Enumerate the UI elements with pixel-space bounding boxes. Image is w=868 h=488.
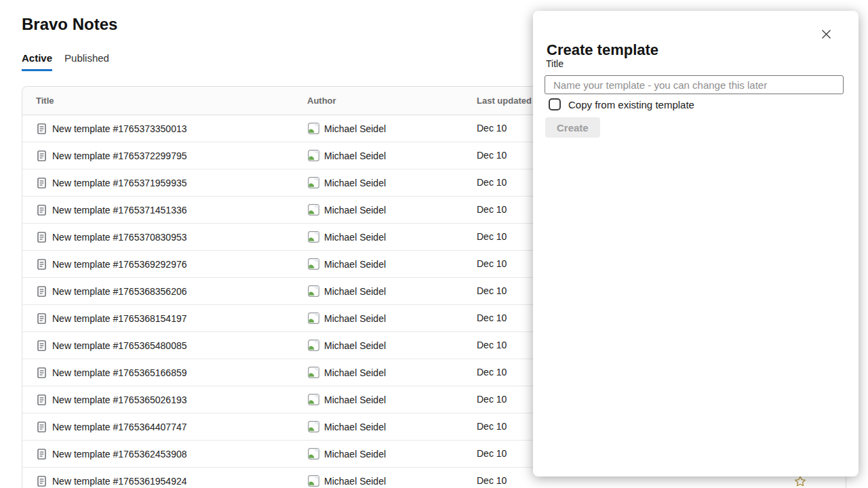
document-icon [37, 150, 46, 161]
copy-from-existing-checkbox[interactable] [549, 98, 561, 110]
author-cell: Michael Seidel [308, 441, 386, 467]
favorite-star-icon[interactable] [794, 475, 806, 487]
broken-image-avatar-icon [308, 258, 319, 270]
author-cell: Michael Seidel [308, 251, 386, 277]
template-title-cell: New template #1765368154197 [37, 305, 187, 331]
author-name: Michael Seidel [324, 205, 386, 216]
author-cell: Michael Seidel [308, 142, 386, 169]
template-title-cell: New template #1765371959935 [37, 169, 187, 196]
last-updated-cell: Dec 10 [477, 115, 507, 142]
author-cell: Michael Seidel [308, 197, 386, 223]
author-name: Michael Seidel [324, 232, 386, 243]
author-name: Michael Seidel [324, 313, 386, 324]
broken-image-avatar-icon [308, 285, 319, 297]
template-title: New template #1765371959935 [52, 178, 187, 188]
template-title-input[interactable] [545, 75, 844, 94]
template-title: New template #1765368356206 [52, 286, 187, 297]
last-updated-cell: Dec 10 [477, 468, 507, 488]
template-title-cell: New template #1765365026193 [37, 386, 187, 413]
template-title: New template #1765368154197 [52, 313, 187, 324]
document-icon [37, 340, 46, 351]
column-header-author: Author [307, 87, 336, 115]
author-cell: Michael Seidel [308, 386, 386, 413]
template-title-cell: New template #1765373350013 [37, 115, 187, 142]
broken-image-avatar-icon [308, 367, 319, 378]
template-title: New template #1765372299795 [52, 150, 187, 161]
broken-image-avatar-icon [308, 394, 319, 405]
document-icon [37, 232, 46, 243]
close-button[interactable] [821, 29, 831, 40]
last-updated-cell: Dec 10 [477, 169, 507, 196]
template-title-cell: New template #1765362453908 [37, 441, 187, 467]
last-updated-cell: Dec 10 [477, 359, 507, 386]
template-title: New template #1765364407747 [52, 422, 187, 432]
template-title-cell: New template #1765365166859 [37, 359, 187, 386]
author-name: Michael Seidel [324, 286, 386, 297]
author-name: Michael Seidel [324, 178, 386, 188]
document-icon [37, 313, 46, 324]
author-cell: Michael Seidel [308, 224, 386, 250]
author-name: Michael Seidel [324, 422, 386, 432]
last-updated-cell: Dec 10 [477, 197, 507, 223]
template-title-cell: New template #1765368356206 [37, 278, 187, 304]
broken-image-avatar-icon [308, 231, 319, 243]
author-cell: Michael Seidel [308, 305, 386, 331]
broken-image-avatar-icon [308, 204, 319, 216]
broken-image-avatar-icon [308, 312, 319, 324]
create-button[interactable]: Create [545, 117, 600, 138]
broken-image-avatar-icon [308, 421, 319, 432]
document-icon [37, 123, 46, 134]
broken-image-avatar-icon [308, 340, 319, 351]
broken-image-avatar-icon [308, 150, 319, 161]
last-updated-cell: Dec 10 [477, 441, 507, 467]
author-cell: Michael Seidel [308, 413, 386, 440]
author-cell: Michael Seidel [308, 332, 386, 359]
template-title-cell: New template #1765371451336 [37, 197, 187, 223]
template-title: New template #1765361954924 [52, 476, 187, 487]
template-title: New template #1765370830953 [52, 232, 187, 243]
author-name: Michael Seidel [324, 259, 386, 270]
document-icon [37, 394, 46, 405]
tab-published[interactable]: Published [64, 53, 109, 71]
last-updated-cell: Dec 10 [477, 278, 507, 304]
author-cell: Michael Seidel [308, 278, 386, 304]
document-icon [37, 205, 46, 216]
template-title: New template #1765373350013 [52, 123, 187, 134]
dialog-title: Create template [547, 41, 658, 59]
template-title: New template #1765369292976 [52, 259, 187, 270]
column-header-last-updated: Last updated [477, 87, 532, 115]
author-cell: Michael Seidel [308, 359, 386, 386]
tab-active[interactable]: Active [22, 53, 52, 71]
template-title-cell: New template #1765369292976 [37, 251, 187, 277]
broken-image-avatar-icon [308, 448, 319, 460]
author-cell: Michael Seidel [308, 169, 386, 196]
template-title-cell: New template #1765370830953 [37, 224, 187, 250]
broken-image-avatar-icon [308, 123, 319, 134]
last-updated-cell: Dec 10 [477, 224, 507, 250]
create-template-dialog: Create template Title Copy from existing… [533, 11, 859, 476]
author-name: Michael Seidel [324, 123, 386, 134]
template-title: New template #1765371451336 [52, 205, 187, 216]
document-icon [37, 259, 46, 270]
tab-bar: Active Published [22, 53, 109, 71]
copy-from-existing-label: Copy from existing template [568, 99, 694, 110]
document-icon [37, 367, 46, 378]
last-updated-cell: Dec 10 [477, 305, 507, 331]
author-name: Michael Seidel [324, 340, 386, 351]
author-cell: Michael Seidel [308, 115, 386, 142]
copy-from-existing-row: Copy from existing template [549, 98, 694, 110]
author-cell: Michael Seidel [308, 468, 386, 488]
document-icon [37, 178, 46, 188]
document-icon [37, 286, 46, 297]
template-title: New template #1765362453908 [52, 449, 187, 460]
last-updated-cell: Dec 10 [477, 413, 507, 440]
template-title-cell: New template #1765364407747 [37, 413, 187, 440]
template-title: New template #1765365480085 [52, 340, 187, 351]
page-title: Bravo Notes [22, 16, 117, 33]
last-updated-cell: Dec 10 [477, 142, 507, 169]
broken-image-avatar-icon [308, 177, 319, 188]
author-name: Michael Seidel [324, 150, 386, 161]
author-name: Michael Seidel [324, 394, 386, 405]
last-updated-cell: Dec 10 [477, 332, 507, 359]
template-title: New template #1765365166859 [52, 367, 187, 378]
